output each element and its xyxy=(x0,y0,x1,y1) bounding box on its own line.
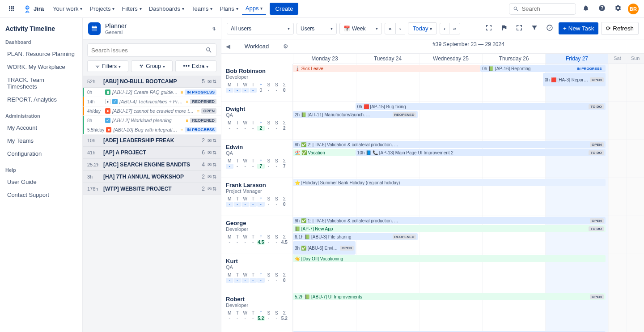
help-icon[interactable] xyxy=(596,2,608,16)
issues-search[interactable] xyxy=(87,43,216,57)
app-switcher-icon[interactable] xyxy=(5,3,17,15)
filters-pill[interactable]: Filters▾ xyxy=(87,60,128,72)
task-bar[interactable]: 2h 📗 [ATI-11] Manufacture/launch. ...REO… xyxy=(293,111,418,118)
task-bar[interactable]: 6.1h 📗 [ABU-3] File sharingREOPENED xyxy=(293,233,418,240)
nav-item-teams[interactable]: Teams▾ xyxy=(188,2,216,15)
sidebar-link[interactable]: User Guide xyxy=(5,175,77,188)
group-pill[interactable]: Group▾ xyxy=(131,60,172,72)
all-users-select[interactable]: All users▾ xyxy=(227,23,294,34)
issues-search-input[interactable] xyxy=(91,47,203,54)
issue-row[interactable]: 5.5h/day●[ABU-10] Bug with integrations≡… xyxy=(83,125,221,135)
nav-first-button[interactable]: « xyxy=(385,23,396,34)
mail-icon[interactable]: ✉ xyxy=(208,174,212,180)
collapse-icon[interactable]: ◀ xyxy=(226,43,230,50)
refresh-label: Refresh xyxy=(613,25,634,32)
task-bar[interactable]: 0h 🟥 [AP-15] Bug fixingTO DO xyxy=(356,103,606,110)
issue-group[interactable]: 176h[WTP] WEBSITE PROJECT2✉ ⇅ xyxy=(83,183,221,195)
issue-row[interactable]: 8h✓[ABU-2] Workload planning≡REOPENED xyxy=(83,116,221,125)
issue-group[interactable]: 52h[ABU] NO-BULL BOOTCAMP5✉ ⇅ xyxy=(83,76,221,88)
sidebar-link[interactable]: My Account xyxy=(5,121,77,134)
mail-icon[interactable]: ✉ xyxy=(208,138,212,144)
fullscreen-icon[interactable] xyxy=(513,21,525,35)
nav-item-apps[interactable]: Apps▾ xyxy=(242,2,267,15)
priority-icon: ≡ xyxy=(181,90,183,95)
flag-icon[interactable] xyxy=(498,21,510,35)
sort-icon[interactable]: ⇅ xyxy=(212,186,216,192)
today-button[interactable]: Today ▾ xyxy=(408,22,437,34)
sort-icon[interactable]: ⇅ xyxy=(212,162,216,168)
nav-item-dashboards[interactable]: Dashboards▾ xyxy=(145,2,188,15)
sort-icon[interactable]: ⇅ xyxy=(212,79,216,85)
mail-icon[interactable]: ✉ xyxy=(208,162,212,168)
extra-pill[interactable]: ••• Extra▾ xyxy=(175,60,216,72)
issue-row[interactable]: 0h▮[ABU-12] Create FAQ guide on how to .… xyxy=(83,88,221,97)
sidebar-section-label: Dashboard xyxy=(5,39,77,45)
issue-group[interactable]: 41h[AP] A PROJECT6✉ ⇅ xyxy=(83,147,221,159)
task-bar[interactable]: 0h 📗 [AP-16] ReportingIN PROGRESS xyxy=(480,65,605,72)
sort-icon[interactable]: ⇅ xyxy=(212,174,216,180)
sort-icon[interactable]: ⇅ xyxy=(212,138,216,144)
workload-panel: All users▾ Users▾ 📅 Week▾ « ‹ Today ▾ › … xyxy=(221,18,644,332)
task-bar[interactable]: 5.2h 📗 [ABU-7] UI ImprovementsOPEN xyxy=(293,293,606,300)
person-row: GeorgeDeveloperMTWTFSSΣ----4.5--4.59h ✅ … xyxy=(221,216,644,254)
group-name: [WTP] WEBSITE PROJECT xyxy=(103,186,199,192)
nav-item-plans[interactable]: Plans▾ xyxy=(216,2,242,15)
nav-last-button[interactable]: » xyxy=(449,23,460,34)
filter-icon[interactable] xyxy=(528,21,541,35)
nav-item-filters[interactable]: Filters▾ xyxy=(118,2,145,15)
create-button[interactable]: Create xyxy=(270,3,298,15)
task-bar[interactable]: 9h ✅ 1: [TIV-6] Validation & collateral … xyxy=(293,217,606,224)
issue-row[interactable]: 4h/day●[ABU-17] cannot be crawled more t… xyxy=(83,106,221,116)
mail-icon[interactable]: ✉ xyxy=(208,186,212,192)
refresh-button[interactable]: ⟳ Refresh xyxy=(601,22,639,35)
task-bar[interactable]: 8h ✅ 2: [TIV-6] Validation & collateral … xyxy=(293,141,606,148)
sidebar-link[interactable]: PLAN. Resource Planning xyxy=(5,47,77,60)
scan-icon[interactable] xyxy=(483,21,495,35)
nav-item-projects[interactable]: Projects▾ xyxy=(86,2,118,15)
task-bar[interactable]: ☀️ [Day Off] Vacationing xyxy=(293,255,606,262)
settings-icon[interactable] xyxy=(612,2,624,16)
mail-icon[interactable]: ✉ xyxy=(208,79,212,85)
mail-icon[interactable]: ✉ xyxy=(208,150,212,156)
sort-icon[interactable]: ⇅ xyxy=(212,150,216,156)
chevron-down-icon: ▾ xyxy=(182,6,184,11)
task-bar[interactable]: 10h 📘 📞 [AP-13] Main Page UI Improvement… xyxy=(356,149,606,156)
task-text: 🌡️ Sick Leave xyxy=(295,66,323,71)
task-bar[interactable]: 📗 [AP-7] New AppTO DO xyxy=(293,225,606,232)
global-search-input[interactable] xyxy=(522,5,572,12)
gear-icon[interactable]: ⚙ xyxy=(283,43,288,50)
task-bar[interactable]: 3h ✅ [ABU-6] Environment setupOPEN xyxy=(293,241,356,255)
task-status: OPEN xyxy=(340,246,354,251)
user-avatar[interactable]: BR xyxy=(628,4,639,14)
issue-row[interactable]: 14h▸✓[ABU-4] Technicalities + Product De… xyxy=(83,97,221,106)
day-header: Sat xyxy=(608,54,626,64)
task-bar[interactable]: ⭐ [Holiday] Summer Bank Holiday (regiona… xyxy=(293,179,606,186)
jira-logo[interactable]: Jira xyxy=(19,4,47,13)
sidebar-link[interactable]: Contact Support xyxy=(5,188,77,201)
new-task-button[interactable]: + New Task xyxy=(559,22,598,34)
nav-item-your-work[interactable]: Your work▾ xyxy=(49,2,86,15)
sidebar-link[interactable]: My Teams xyxy=(5,134,77,147)
sidebar-link[interactable]: TRACK. Team Timesheets xyxy=(5,73,77,93)
planner-switch-icon[interactable]: ⇅ xyxy=(212,26,216,31)
help-icon[interactable]: ? xyxy=(543,21,556,35)
issue-group[interactable]: 10h[ADE] LEADERSHIP FREAK2✉ ⇅ xyxy=(83,135,221,147)
users-select[interactable]: Users▾ xyxy=(297,23,337,34)
mini-day-value: - xyxy=(250,278,257,283)
issue-group[interactable]: 25.2h[ARC] SEARCH ENGINE BANDITS4✉ ⇅ xyxy=(83,159,221,171)
task-bar[interactable]: 🏖️ ✅ Vacation xyxy=(293,149,356,156)
notifications-icon[interactable] xyxy=(580,2,592,16)
task-status: TO DO xyxy=(589,226,603,231)
sidebar-link[interactable]: REPORT. Analytics xyxy=(5,93,77,106)
global-search[interactable] xyxy=(509,3,576,15)
nav-prev-button[interactable]: ‹ xyxy=(396,23,405,34)
task-bar[interactable]: 0h 🟥 [HA-3] Report for the FIN DEPTOPEN xyxy=(543,73,606,86)
mini-day-label: T xyxy=(250,272,257,277)
task-bar[interactable]: 🌡️ Sick Leave xyxy=(293,65,480,72)
issue-group[interactable]: 3h[HA] 7TH ANNUAL WORKSHOP2✉ ⇅ xyxy=(83,171,221,183)
nav-next-button[interactable]: › xyxy=(440,23,449,34)
sidebar-link[interactable]: WORK. My Workplace xyxy=(5,60,77,73)
sidebar-link[interactable]: Configuration xyxy=(5,147,77,160)
view-select[interactable]: 📅 Week▾ xyxy=(339,23,382,34)
week-range: #39 September 23 — 29 2024 xyxy=(293,39,644,53)
